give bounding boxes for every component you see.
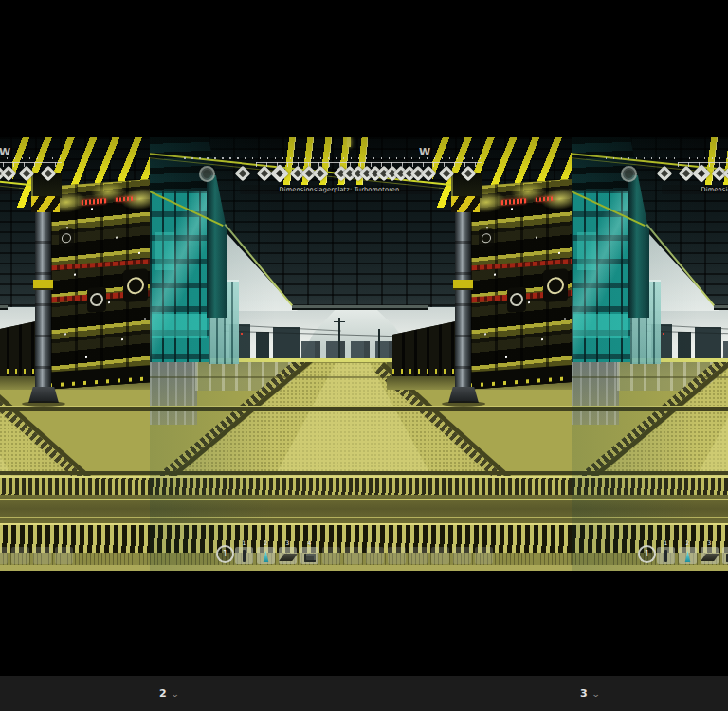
beacon-icon (684, 551, 691, 562)
chevron-down-icon: ⌄ (592, 689, 601, 699)
hotbar-group-indicator[interactable]: 1 (216, 545, 234, 563)
machine-emblem-icon (479, 228, 494, 248)
screenshot-panel-3[interactable]: W Dimensionslagerplatz: Turbomotoren 1 1… (572, 137, 728, 571)
compass-marker-icon (657, 166, 673, 182)
machine-emblem-icon (543, 268, 568, 302)
hotbar-slot[interactable]: 4 (300, 547, 318, 564)
foundation-seam (572, 471, 728, 475)
hazard-stripe-band (31, 196, 60, 212)
page-2-dropdown-button[interactable]: 2 ⌄ (159, 676, 178, 711)
hotbar-slot-empty[interactable] (11, 547, 29, 564)
hotbar-slot-number: 1 (243, 539, 246, 546)
hotbar-slot-number: 1 (664, 539, 668, 546)
foundation-seam (150, 406, 572, 411)
hotbar-slot[interactable]: 4 (722, 547, 728, 564)
foundation-icon (701, 554, 719, 561)
foundation-seam (0, 406, 150, 411)
hotbar-slot-number: 4 (308, 539, 312, 546)
page-3-dropdown-button[interactable]: 3 ⌄ (580, 676, 599, 711)
hotbar-slot[interactable]: 2 (257, 547, 275, 564)
compass-marker-icon (270, 164, 289, 183)
hotbar-slot-number: 2 (686, 539, 690, 546)
roof-edge (714, 305, 728, 308)
hotbar-slot-empty[interactable] (475, 547, 493, 564)
power-pole (338, 318, 340, 362)
foundation-band (0, 495, 150, 523)
hotbar-slot-empty[interactable] (0, 547, 8, 564)
beacon-icon (263, 551, 269, 562)
compass-marker-icon (235, 166, 251, 182)
hotbar: 1 1234 (0, 539, 92, 568)
roof-edge (292, 305, 428, 308)
hotbar-slot-number: 3 (286, 539, 290, 546)
compass-marker-icon (692, 164, 711, 183)
page-number: 2 (159, 687, 167, 700)
foundation-band (150, 495, 572, 523)
machine-emblem-icon (507, 286, 526, 312)
map-marker-label: Dimensionslagerplatz: Turbomotoren (0, 185, 19, 194)
compass-marker-icon (723, 166, 728, 182)
hotbar-slot-empty[interactable] (322, 547, 340, 564)
wet-floor (150, 362, 197, 425)
power-pole-icon (243, 550, 246, 562)
pillar-shadow (22, 401, 65, 407)
chevron-down-icon: ⌄ (171, 689, 180, 699)
map-marker-label: Dimensionslagerplatz: Turbomotoren (662, 185, 728, 194)
hotbar-slot-empty[interactable] (344, 547, 362, 564)
hotbar-slot[interactable]: 3 (279, 547, 297, 564)
screenshot-panel-2[interactable]: W Dimensionslagerplatz: Turbomotoren 1 1… (150, 137, 572, 571)
game-scene: W Dimensionslagerplatz: Turbomotoren 1 1… (0, 137, 150, 571)
roof-edge (0, 305, 8, 308)
red-warning-light (663, 333, 664, 335)
pillar-yellow-collar (453, 280, 473, 288)
game-scene: W Dimensionslagerplatz: Turbomotoren 1 1… (572, 137, 728, 571)
bottom-bar: 2 ⌄ 3 ⌄ (0, 676, 728, 711)
glass-highlight (152, 314, 207, 338)
foundation-band (572, 495, 728, 523)
hotbar-group-indicator[interactable]: 1 (638, 545, 656, 563)
foundation-seam (572, 376, 728, 378)
compass-marker-icon (439, 166, 455, 182)
pillar-shadow (442, 401, 485, 407)
hotbar-slot-empty[interactable] (410, 547, 428, 564)
wet-floor (572, 362, 619, 425)
hotbar-slot-empty[interactable] (388, 547, 406, 564)
hotbar-slot-empty[interactable] (33, 547, 51, 564)
compass-marker-icon (41, 166, 57, 182)
machine-emblem-icon (123, 268, 148, 302)
pillar-yellow-collar (33, 280, 53, 288)
machine-wall (469, 179, 572, 390)
hotbar: 1 1234 (209, 539, 512, 568)
glass-highlight (577, 232, 596, 270)
compass-marker-icon (1, 166, 17, 182)
compass-marker-row (0, 137, 150, 194)
hotbar-slots: 1234 (657, 539, 728, 564)
foundation-icon (279, 554, 298, 561)
foundation-seam (150, 471, 572, 475)
power-pole-icon (664, 550, 667, 562)
hotbar-slot[interactable]: 2 (679, 547, 697, 564)
support-pillar (455, 212, 471, 389)
hotbar-slot-number: 2 (264, 539, 268, 546)
hotbar: 1 1234 (630, 539, 728, 568)
screenshot-strip-viewer: W Dimensionslagerplatz: Turbomotoren 1 1… (0, 0, 728, 711)
screenshot-panel-1[interactable]: W Dimensionslagerplatz: Turbomotoren 1 1… (0, 137, 150, 571)
hazard-stripe-band (451, 196, 480, 212)
hotbar-slots: 1234 (0, 539, 73, 564)
page-number: 3 (580, 687, 588, 700)
machine-emblem-icon (59, 228, 74, 248)
hotbar-slot-empty[interactable] (431, 547, 449, 564)
hotbar-slot-empty[interactable] (366, 547, 384, 564)
foundation-seam (572, 406, 728, 411)
compass-marker-icon (313, 166, 329, 182)
power-pole (378, 329, 380, 362)
hotbar-slot[interactable]: 1 (657, 547, 675, 564)
support-pillar (35, 212, 51, 389)
hotbar-slot-empty[interactable] (55, 547, 73, 564)
hotbar-slot[interactable]: 3 (701, 547, 719, 564)
compass-marker-icon (421, 166, 437, 182)
game-scene: W Dimensionslagerplatz: Turbomotoren 1 1… (150, 137, 572, 571)
hotbar-slot-empty[interactable] (453, 547, 471, 564)
hotbar-slot[interactable]: 1 (235, 547, 253, 564)
compass-marker-icon (19, 166, 35, 182)
